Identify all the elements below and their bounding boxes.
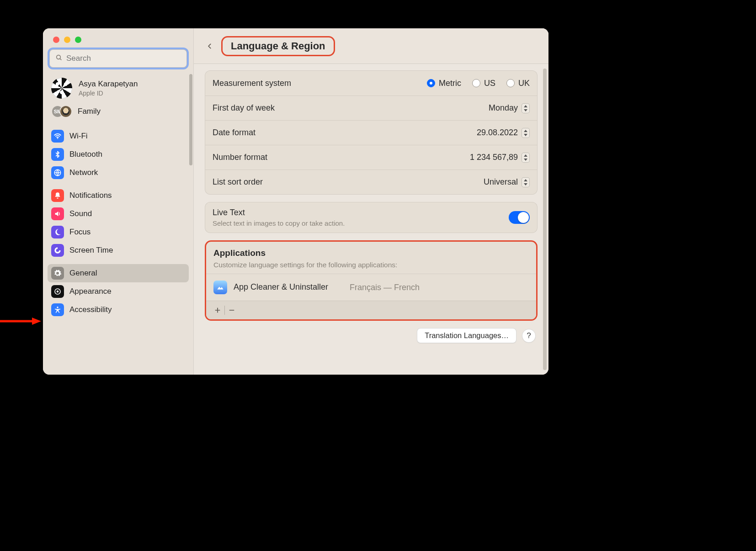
sidebar-item-screentime[interactable]: Screen Time [48, 241, 189, 260]
row-value-text: Monday [489, 103, 518, 113]
account-sub: Apple ID [79, 90, 138, 97]
chevron-updown-icon [522, 177, 530, 187]
firstday-select[interactable]: Monday [489, 103, 530, 113]
radio-us[interactable]: US [472, 79, 495, 88]
sidebar-item-appleid[interactable]: Asya Karapetyan Apple ID [48, 75, 189, 101]
livetext-toggle[interactable] [509, 211, 530, 224]
annotation-arrow [0, 317, 41, 326]
sidebar-item-bluetooth[interactable]: Bluetooth [48, 145, 189, 164]
row-firstday: First day of week Monday [205, 95, 537, 120]
svg-point-2 [57, 55, 61, 59]
application-name: App Cleaner & Uninstaller [234, 282, 343, 292]
sidebar-item-accessibility[interactable]: Accessibility [48, 301, 189, 319]
application-language: Français — French [350, 283, 420, 292]
accessibility-icon [51, 303, 64, 316]
account-name: Asya Karapetyan [79, 79, 138, 89]
row-label: List sort order [213, 177, 263, 187]
row-measurement: Measurement system Metric US UK [205, 71, 537, 95]
gear-icon [51, 267, 64, 280]
listsort-select[interactable]: Universal [484, 177, 530, 187]
sidebar-item-label: Network [69, 168, 98, 177]
row-dateformat: Date format 29.08.2022 [205, 120, 537, 145]
screentime-icon [51, 244, 64, 257]
radio-label: Metric [439, 79, 461, 88]
livetext-label: Live Text [213, 208, 345, 217]
svg-line-3 [60, 58, 61, 60]
appearance-icon [51, 285, 64, 298]
translation-languages-button[interactable]: Translation Languages… [417, 328, 516, 343]
sidebar-item-label: Wi-Fi [69, 132, 88, 141]
fullscreen-button[interactable] [75, 37, 81, 43]
sidebar-item-notifications[interactable]: Notifications [48, 186, 189, 205]
footer-buttons: Translation Languages… ? [205, 328, 538, 343]
svg-marker-1 [32, 318, 41, 325]
radio-label: US [484, 79, 495, 88]
back-button[interactable] [203, 39, 217, 53]
chevron-updown-icon [522, 103, 530, 113]
settings-window: Asya Karapetyan Apple ID SM Family [43, 28, 548, 375]
row-label: First day of week [213, 103, 275, 113]
sidebar-scrollbar[interactable] [189, 74, 192, 165]
svg-point-8 [57, 307, 58, 308]
svg-point-7 [57, 291, 59, 293]
network-icon [51, 166, 64, 179]
sidebar-item-network[interactable]: Network [48, 164, 189, 182]
wifi-icon [51, 130, 64, 143]
close-button[interactable] [53, 37, 59, 43]
row-value-text: Universal [484, 177, 518, 187]
radio-dot [427, 79, 435, 87]
search-input[interactable] [66, 54, 181, 63]
livetext-panel: Live Text Select text in images to copy … [205, 202, 538, 233]
sidebar-item-wifi[interactable]: Wi-Fi [48, 127, 189, 145]
sidebar-item-family[interactable]: SM Family [48, 101, 189, 122]
bluetooth-icon [51, 148, 64, 161]
dateformat-select[interactable]: 29.08.2022 [477, 128, 530, 138]
minimize-button[interactable] [64, 37, 70, 43]
family-label: Family [78, 107, 101, 116]
focus-icon [51, 226, 64, 238]
family-photo [59, 105, 72, 118]
row-value-text: 1 234 567,89 [470, 153, 518, 162]
add-application-button[interactable] [211, 304, 224, 317]
avatar [51, 78, 72, 99]
sidebar-item-focus[interactable]: Focus [48, 223, 189, 241]
chevron-updown-icon [522, 128, 530, 138]
sidebar-item-appearance[interactable]: Appearance [48, 282, 189, 301]
row-livetext: Live Text Select text in images to copy … [205, 202, 537, 233]
row-listsort: List sort order Universal [205, 170, 537, 194]
sidebar-item-label: Screen Time [69, 246, 113, 255]
remove-application-button[interactable] [225, 304, 239, 317]
applications-footer [206, 301, 536, 319]
svg-point-4 [57, 138, 58, 139]
sidebar-item-sound[interactable]: Sound [48, 205, 189, 223]
sidebar-item-label: Notifications [69, 191, 112, 200]
main-scrollbar[interactable] [543, 69, 547, 370]
app-icon [213, 281, 227, 294]
notifications-icon [51, 189, 64, 202]
application-row[interactable]: App Cleaner & Uninstaller Français — Fre… [206, 274, 536, 301]
page-title: Language & Region [231, 40, 325, 52]
search-field[interactable] [49, 49, 187, 68]
settings-panel: Measurement system Metric US UK [205, 70, 538, 195]
sidebar: Asya Karapetyan Apple ID SM Family [43, 28, 194, 375]
help-button[interactable]: ? [522, 329, 536, 343]
window-controls [43, 28, 193, 49]
search-icon [55, 54, 63, 63]
radio-metric[interactable]: Metric [427, 79, 461, 88]
sidebar-item-general[interactable]: General [48, 264, 189, 282]
row-numberformat: Number format 1 234 567,89 [205, 145, 537, 170]
row-label: Number format [213, 153, 267, 162]
radio-uk[interactable]: UK [506, 79, 530, 88]
sidebar-item-label: Appearance [69, 287, 112, 296]
sidebar-item-label: Accessibility [69, 305, 112, 314]
applications-title: Applications [213, 248, 529, 258]
sidebar-item-label: Sound [69, 209, 92, 218]
radio-dot [506, 79, 515, 87]
main-pane: Language & Region Measurement system Met… [194, 28, 548, 375]
numberformat-select[interactable]: 1 234 567,89 [470, 153, 530, 163]
measurement-radio-group: Metric US UK [427, 79, 530, 88]
sidebar-item-label: Bluetooth [69, 150, 102, 159]
radio-label: UK [518, 79, 530, 88]
livetext-sub: Select text in images to copy or take ac… [213, 219, 345, 227]
row-value-text: 29.08.2022 [477, 128, 518, 138]
